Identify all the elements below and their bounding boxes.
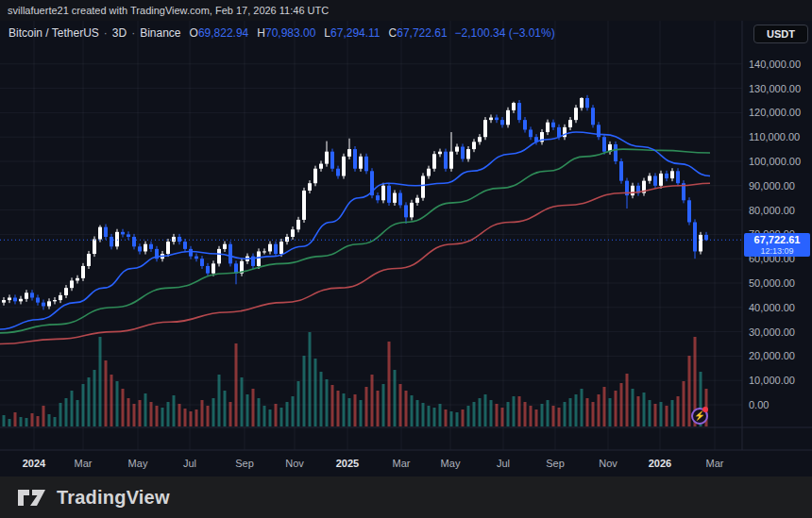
x-axis-label: Nov bbox=[285, 458, 304, 469]
y-axis-label: 50,000.00 bbox=[749, 277, 795, 289]
last-price-value: 67,722.61 bbox=[744, 233, 810, 246]
x-axis-label: Sep bbox=[546, 458, 565, 469]
y-axis-label: 40,000.00 bbox=[749, 302, 795, 313]
legend-separator: · bbox=[104, 26, 108, 40]
y-axis-label: 140,000.00 bbox=[749, 58, 801, 70]
time-axis[interactable]: 2024MarMayJulSepNov2025MarMayJulSepNov20… bbox=[23, 458, 724, 469]
x-axis-label: Sep bbox=[235, 458, 254, 469]
open-key: O bbox=[190, 26, 198, 40]
x-axis-label: 2026 bbox=[649, 458, 671, 469]
exchange-label: Binance bbox=[140, 26, 180, 40]
tradingview-mini-logo[interactable]: ⚡ bbox=[691, 408, 708, 425]
ma-mid-line bbox=[0, 149, 710, 333]
lightning-icon: ⚡ bbox=[694, 411, 705, 421]
last-price-badge: 67,722.61 12:13:09 bbox=[744, 233, 810, 257]
y-axis-label: 130,000.00 bbox=[749, 83, 801, 94]
volume-bars bbox=[3, 332, 708, 426]
attribution-bar: svillafuerte21 created with TradingView.… bbox=[0, 0, 812, 21]
y-axis-label: 80,000.00 bbox=[749, 205, 795, 216]
bar-countdown: 12:13:09 bbox=[744, 246, 810, 256]
y-axis-label: 110,000.00 bbox=[749, 131, 800, 142]
open-value: 69,822.94 bbox=[198, 26, 248, 40]
attribution-text: svillafuerte21 created with TradingView.… bbox=[8, 5, 329, 16]
interval-label[interactable]: 3D bbox=[112, 26, 127, 40]
x-axis-label: Mar bbox=[75, 458, 93, 469]
y-axis-label: 0.00 bbox=[749, 399, 769, 410]
x-axis-label: 2025 bbox=[336, 458, 359, 469]
notification-dot bbox=[702, 407, 708, 412]
x-axis-label: May bbox=[128, 458, 148, 469]
symbol-title[interactable]: Bitcoin / TetherUS bbox=[8, 26, 99, 40]
tradingview-logo-icon[interactable] bbox=[17, 487, 47, 508]
candlesticks bbox=[2, 95, 708, 310]
low-value: 67,294.11 bbox=[330, 26, 381, 40]
chart-area: 140,000.00130,000.00120,000.00110,000.00… bbox=[0, 21, 812, 476]
high-key: H bbox=[257, 26, 265, 40]
footer-brand-bar: TradingView bbox=[0, 476, 812, 518]
y-axis-label: 120,000.00 bbox=[749, 107, 801, 118]
x-axis-label: Jul bbox=[497, 458, 510, 469]
y-axis-label: 30,000.00 bbox=[749, 326, 795, 338]
close-value: 67,722.61 bbox=[397, 26, 447, 40]
y-axis-label: 20,000.00 bbox=[749, 350, 795, 361]
currency-unit-button[interactable]: USDT bbox=[753, 25, 808, 43]
chart-legend: Bitcoin / TetherUS·3D·BinanceO69,822.94H… bbox=[8, 26, 555, 40]
close-key: C bbox=[389, 26, 398, 40]
ma-slow-line bbox=[0, 183, 710, 343]
tradingview-chart-snapshot: svillafuerte21 created with TradingView.… bbox=[0, 0, 812, 518]
y-axis-label: 100,000.00 bbox=[749, 156, 801, 167]
x-axis-label: Jul bbox=[183, 458, 196, 469]
change-value: −2,100.34 (−3.01%) bbox=[455, 26, 555, 40]
price-chart-canvas[interactable]: 140,000.00130,000.00120,000.00110,000.00… bbox=[0, 21, 812, 476]
brand-name[interactable]: TradingView bbox=[57, 487, 170, 509]
y-axis-label: 90,000.00 bbox=[749, 180, 795, 192]
y-axis-label: 10,000.00 bbox=[749, 375, 795, 386]
high-value: 70,983.00 bbox=[265, 26, 315, 40]
x-axis-label: Nov bbox=[599, 458, 617, 469]
x-axis-label: Mar bbox=[393, 458, 411, 469]
x-axis-label: 2024 bbox=[23, 458, 46, 469]
x-axis-label: May bbox=[441, 458, 461, 469]
x-axis-label: Mar bbox=[706, 458, 724, 469]
legend-separator: · bbox=[131, 26, 135, 40]
